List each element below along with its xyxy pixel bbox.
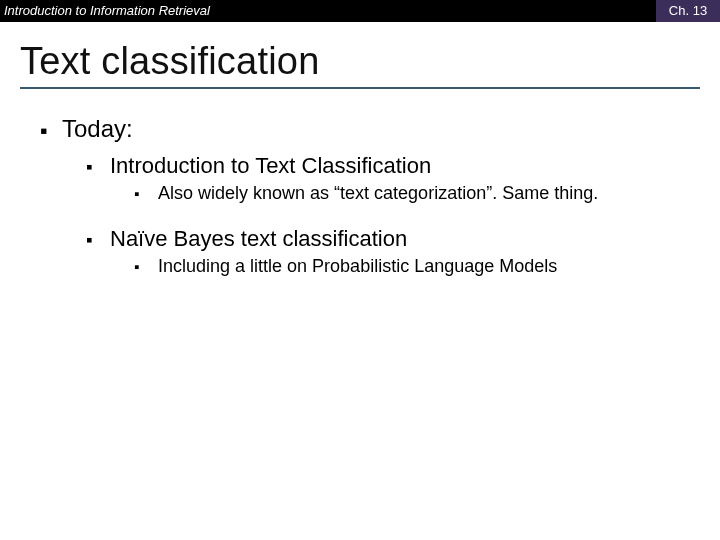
title-underline: [20, 87, 700, 89]
slide-body: Today: Introduction to Text Classificati…: [0, 95, 720, 277]
bullet-text: Introduction to Text Classification: [110, 153, 431, 178]
bullet-text: Today:: [62, 115, 133, 142]
bullet-lvl3: Including a little on Probabilistic Lang…: [134, 256, 692, 277]
bullet-text: Naïve Bayes text classification: [110, 226, 407, 251]
bullet-lvl1: Today: Introduction to Text Classificati…: [40, 115, 692, 277]
slide-title: Text classification: [20, 40, 700, 83]
header-course-title: Introduction to Information Retrieval: [0, 0, 656, 22]
header-chapter: Ch. 13: [656, 0, 720, 22]
bullet-text: Including a little on Probabilistic Lang…: [158, 256, 557, 276]
bullet-lvl3: Also widely known as “text categorizatio…: [134, 183, 692, 204]
header-bar: Introduction to Information Retrieval Ch…: [0, 0, 720, 22]
bullet-lvl2: Naïve Bayes text classification Includin…: [86, 226, 692, 277]
bullet-lvl2: Introduction to Text Classification Also…: [86, 153, 692, 204]
title-block: Text classification: [0, 22, 720, 95]
bullet-text: Also widely known as “text categorizatio…: [158, 183, 598, 203]
